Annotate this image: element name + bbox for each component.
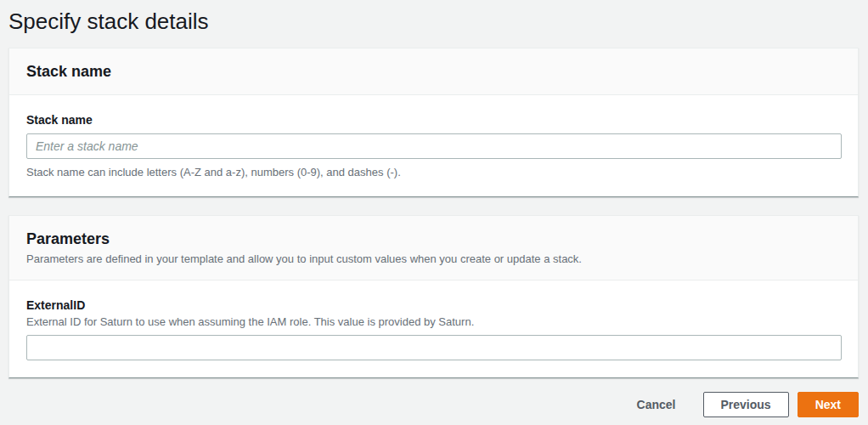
parameters-card: Parameters Parameters are defined in you…: [8, 215, 859, 378]
stack-name-input[interactable]: [26, 133, 842, 159]
parameter-field: ExternalID External ID for Saturn to use…: [26, 298, 841, 360]
next-button[interactable]: Next: [798, 392, 859, 417]
parameters-card-title: Parameters: [26, 230, 841, 248]
stack-name-card-body: Stack name Stack name can include letter…: [9, 95, 858, 196]
stack-name-helper-text: Stack name can include letters (A-Z and …: [26, 166, 841, 179]
external-id-input[interactable]: [26, 335, 842, 360]
previous-button[interactable]: Previous: [703, 392, 789, 417]
specify-stack-details-page: Specify stack details Stack name Stack n…: [0, 0, 868, 425]
stack-name-field-label: Stack name: [26, 112, 841, 128]
external-id-field-label: ExternalID: [26, 298, 841, 313]
stack-name-card-title: Stack name: [26, 62, 841, 81]
parameters-card-description: Parameters are defined in your template …: [26, 252, 841, 266]
stack-name-card: Stack name Stack name Stack name can inc…: [8, 48, 859, 197]
page-title: Specify stack details: [8, 0, 859, 36]
parameters-card-body: ExternalID External ID for Saturn to use…: [9, 280, 858, 377]
external-id-field-description: External ID for Saturn to use when assum…: [26, 315, 841, 329]
cancel-button[interactable]: Cancel: [637, 392, 676, 417]
parameters-card-header: Parameters Parameters are defined in you…: [9, 216, 858, 280]
stack-name-card-header: Stack name: [9, 48, 858, 95]
footer-actions: Cancel Previous Next: [8, 392, 859, 417]
